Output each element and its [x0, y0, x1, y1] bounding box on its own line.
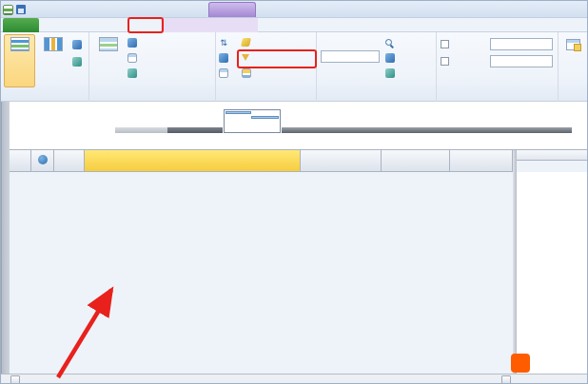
gantt-chart-body[interactable] [517, 172, 588, 374]
ribbon-group-split-view [437, 32, 559, 102]
zoom-button[interactable] [385, 36, 396, 48]
quick-access-toolbar [3, 3, 34, 16]
save-icon[interactable] [16, 5, 26, 14]
ribbon-group-window [559, 32, 588, 102]
contextual-tab-group-label [208, 2, 256, 17]
timeline-callout-bar [251, 116, 279, 119]
timeline-checkbox[interactable] [441, 38, 451, 50]
ribbon-group-zoom [317, 32, 437, 102]
outline-icon [219, 53, 228, 63]
resource-usage-icon [127, 38, 137, 48]
details-checkbox[interactable] [441, 55, 451, 67]
highlight-button[interactable] [242, 36, 254, 48]
gantt-weekday-row [517, 161, 588, 172]
sort-button[interactable]: ⇅ [219, 36, 232, 48]
ribbon-group-task-views [1, 32, 89, 102]
new-window-button[interactable] [566, 38, 580, 50]
scroll-left-button[interactable] [10, 375, 20, 384]
annotation-box-view-tab [127, 17, 164, 33]
project-app-icon[interactable] [3, 5, 13, 15]
column-header-info[interactable] [31, 150, 54, 172]
tables-button[interactable] [219, 67, 232, 79]
entire-project-button[interactable] [385, 51, 397, 64]
other-views-icon [127, 68, 137, 78]
timeline-bar-segment [282, 127, 572, 133]
column-header-task-mode[interactable] [54, 150, 85, 172]
team-planner-icon [99, 37, 118, 51]
gantt-chart-button[interactable] [4, 34, 35, 87]
task-usage-button[interactable] [37, 34, 69, 87]
zoom-icon [385, 39, 392, 46]
tab-file[interactable] [3, 18, 39, 32]
column-header-finish[interactable] [450, 150, 513, 172]
ribbon-group-resource-views [89, 32, 216, 102]
scroll-right-button[interactable] [501, 375, 511, 384]
gantt-header [517, 150, 588, 172]
timeline-pane-side-label[interactable] [1, 102, 10, 150]
gantt-pane-side-label[interactable] [1, 150, 10, 384]
group-by-icon [242, 68, 251, 78]
checked-checkbox-icon [441, 40, 449, 48]
tab-resource[interactable] [71, 18, 102, 32]
unchecked-checkbox-icon [441, 57, 449, 66]
column-header-task-name[interactable] [85, 150, 301, 172]
task-usage-icon [44, 37, 63, 51]
sort-icon: ⇅ [219, 38, 228, 48]
timeline-callout-bar [225, 111, 251, 114]
outline-button[interactable] [219, 51, 232, 64]
tab-task[interactable] [41, 18, 71, 32]
network-diagram-button[interactable] [72, 38, 84, 50]
network-diagram-icon [72, 40, 82, 49]
info-icon [38, 155, 48, 164]
highlight-icon [241, 38, 251, 47]
tab-format[interactable] [168, 18, 199, 32]
column-header-duration[interactable] [301, 150, 382, 172]
team-planner-button[interactable] [92, 34, 124, 87]
calendar-view-icon [72, 57, 82, 67]
new-window-icon [566, 39, 580, 50]
annotation-arrow [41, 280, 127, 384]
details-view-dropdown[interactable] [490, 55, 553, 67]
microsoft-project-window: ⇅ [0, 0, 588, 384]
resource-sheet-icon [127, 53, 137, 63]
timeline-bar-segment [167, 127, 223, 133]
entire-project-icon [385, 53, 395, 63]
timeline-bar-segment [115, 127, 167, 133]
gantt-header-date [517, 150, 588, 161]
select-all-corner[interactable] [10, 150, 31, 172]
resource-usage-button[interactable] [127, 36, 141, 48]
tables-icon [219, 68, 228, 78]
table-header-row [1, 150, 588, 172]
watermark-logo [511, 354, 530, 373]
column-header-start[interactable] [382, 150, 450, 172]
other-views-button[interactable] [127, 67, 141, 79]
timeline-pane[interactable] [1, 102, 588, 150]
selected-tasks-button[interactable] [385, 67, 397, 79]
title-bar [1, 1, 588, 18]
gantt-chart-icon [10, 37, 29, 51]
resource-sheet-button[interactable] [127, 51, 141, 64]
selected-tasks-icon [385, 68, 395, 78]
timescale-dropdown[interactable] [321, 50, 380, 63]
timeline-view-dropdown[interactable] [490, 38, 553, 50]
annotation-box-no-filter [237, 49, 317, 68]
ribbon-tab-row [1, 18, 588, 32]
calendar-view-button[interactable] [72, 55, 84, 67]
